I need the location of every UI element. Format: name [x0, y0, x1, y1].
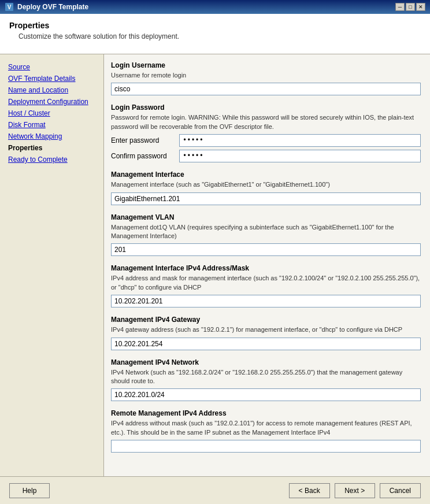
dialog-body: SourceOVF Template DetailsName and Locat…	[0, 54, 430, 476]
sidebar-item-name-and-location[interactable]: Name and Location	[5, 84, 99, 96]
enter-password-input[interactable]	[179, 134, 421, 147]
field-label-management-ipv4-address: Management Interface IPv4 Address/Mask	[111, 264, 421, 272]
app-icon: V	[5, 2, 14, 12]
field-desc-remote-management-ipv4: IPv4 address without mask (such as "192.…	[111, 419, 421, 437]
enter-password-label: Enter password	[111, 136, 175, 144]
field-desc-management-ipv4-gateway: IPv4 gateway address (such as "192.0.2.1…	[111, 325, 421, 334]
confirm-password-label: Confirm password	[111, 152, 175, 160]
field-input-management-ipv4-address[interactable]	[111, 295, 421, 307]
field-group-management-ipv4-network: Management IPv4 NetworkIPv4 Network (suc…	[111, 358, 421, 402]
field-group-management-ipv4-gateway: Management IPv4 GatewayIPv4 gateway addr…	[111, 316, 421, 350]
dialog: Properties Customize the software soluti…	[0, 14, 430, 504]
field-group-management-interface: Management InterfaceManagement interface…	[111, 171, 421, 205]
field-desc-management-ipv4-network: IPv4 Network (such as "192.168.2.0/24" o…	[111, 368, 421, 386]
sidebar-item-network-mapping[interactable]: Network Mapping	[5, 131, 99, 142]
field-input-remote-management-ipv4[interactable]	[111, 440, 421, 453]
field-input-management-interface[interactable]	[111, 192, 421, 205]
sidebar-item-deployment-configuration[interactable]: Deployment Configuration	[5, 96, 99, 108]
field-group-login-username: Login UsernameUsername for remote login	[111, 61, 421, 95]
help-button[interactable]: Help	[9, 483, 50, 498]
field-label-management-vlan: Management VLAN	[111, 213, 421, 221]
page-title: Properties	[9, 21, 421, 30]
field-group-login-password: Login PasswordPassword for remote login.…	[111, 103, 421, 162]
sidebar-item-host-cluster[interactable]: Host / Cluster	[5, 108, 99, 119]
field-desc-login-username: Username for remote login	[111, 71, 421, 80]
sidebar-item-disk-format[interactable]: Disk Format	[5, 119, 99, 131]
field-group-remote-management-ipv4: Remote Management IPv4 AddressIPv4 addre…	[111, 409, 421, 453]
field-group-management-ipv4-address: Management Interface IPv4 Address/MaskIP…	[111, 264, 421, 307]
close-button[interactable]: ✕	[416, 3, 425, 11]
field-label-management-ipv4-network: Management IPv4 Network	[111, 358, 421, 366]
field-desc-login-password: Password for remote login. WARNING: Whil…	[111, 113, 421, 131]
sidebar-item-ovf-template-details[interactable]: OVF Template Details	[5, 73, 99, 84]
password-enter-row: Enter password	[111, 134, 421, 147]
back-button[interactable]: < Back	[289, 483, 330, 498]
field-input-management-vlan[interactable]	[111, 243, 421, 256]
sidebar-item-properties: Properties	[5, 142, 99, 154]
sidebar-item-ready-to-complete[interactable]: Ready to Complete	[5, 154, 99, 165]
field-group-management-vlan: Management VLANManagement dot1Q VLAN (re…	[111, 213, 421, 257]
field-label-management-ipv4-gateway: Management IPv4 Gateway	[111, 316, 421, 324]
maximize-button[interactable]: □	[406, 3, 415, 11]
button-bar: Help < Back Next > Cancel	[0, 476, 430, 504]
field-label-login-username: Login Username	[111, 61, 421, 69]
field-input-management-ipv4-gateway[interactable]	[111, 338, 421, 350]
svg-text:V: V	[8, 4, 12, 10]
confirm-password-input[interactable]	[179, 150, 421, 162]
minimize-button[interactable]: ─	[395, 3, 405, 11]
password-confirm-row: Confirm password	[111, 150, 421, 162]
field-desc-management-ipv4-address: IPv4 address and mask for management int…	[111, 274, 421, 292]
title-bar: V Deploy OVF Template ─ □ ✕	[0, 0, 430, 14]
cancel-button[interactable]: Cancel	[380, 483, 421, 498]
field-input-login-username[interactable]	[111, 83, 421, 95]
window-controls: ─ □ ✕	[395, 3, 425, 11]
form-scroll[interactable]: Login UsernameUsername for remote loginL…	[104, 54, 430, 476]
form-area: Login UsernameUsername for remote loginL…	[104, 54, 430, 476]
page-subtitle: Customize the software solution for this…	[18, 32, 421, 40]
field-label-login-password: Login Password	[111, 103, 421, 112]
dialog-header: Properties Customize the software soluti…	[0, 14, 430, 54]
sidebar: SourceOVF Template DetailsName and Locat…	[0, 54, 104, 476]
field-desc-management-vlan: Management dot1Q VLAN (requires specifyi…	[111, 223, 421, 241]
sidebar-item-source[interactable]: Source	[5, 61, 99, 73]
next-button[interactable]: Next >	[335, 483, 375, 498]
field-label-management-interface: Management Interface	[111, 171, 421, 179]
field-desc-management-interface: Management interface (such as "GigabitEt…	[111, 180, 421, 189]
window-title: Deploy OVF Template	[17, 3, 88, 11]
field-label-remote-management-ipv4: Remote Management IPv4 Address	[111, 409, 421, 417]
field-input-management-ipv4-network[interactable]	[111, 388, 421, 401]
